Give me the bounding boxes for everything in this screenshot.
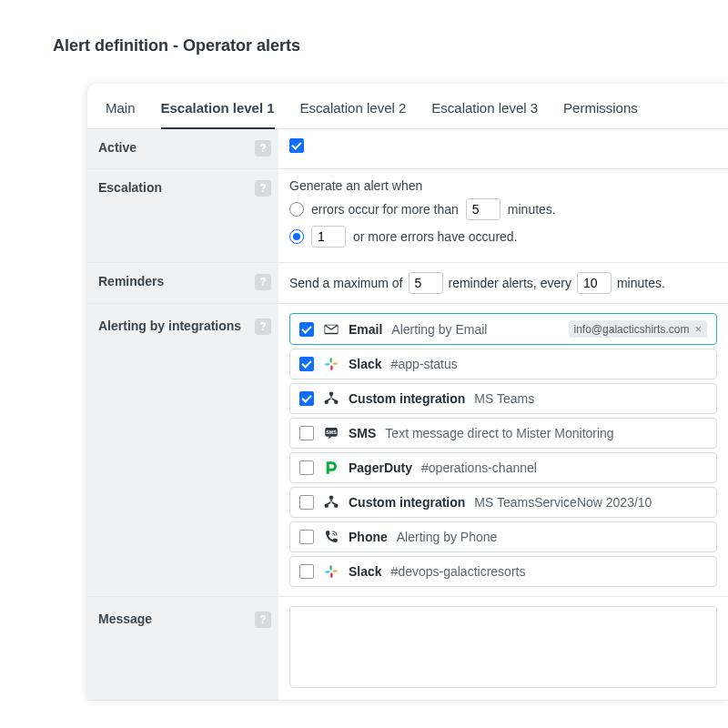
integration-name: SMS (349, 426, 376, 440)
reminders-post: minutes. (617, 276, 665, 290)
integration-desc: Alerting by Email (391, 322, 487, 337)
escalation-intro: Generate an alert when (289, 178, 717, 193)
svg-rect-12 (325, 571, 329, 572)
svg-rect-15 (330, 573, 332, 578)
label-active-text: Active (98, 140, 136, 155)
label-escalation-text: Escalation (98, 180, 162, 195)
integration-desc: #devops-galacticresorts (391, 564, 526, 579)
tab-bar: Main Escalation level 1 Escalation level… (87, 84, 728, 129)
slack-icon (323, 356, 339, 372)
help-icon[interactable]: ? (255, 318, 271, 335)
integration-list: EmailAlerting by Emailinfo@galacticshirt… (289, 313, 717, 587)
label-message-text: Message (98, 612, 152, 626)
help-icon[interactable]: ? (255, 140, 271, 157)
integration-desc: #app-status (391, 357, 458, 371)
tab-permissions[interactable]: Permissions (563, 100, 638, 128)
slack-icon (323, 563, 339, 580)
row-message: Message ? (87, 597, 728, 701)
integration-checkbox[interactable] (299, 564, 314, 579)
svg-rect-3 (330, 366, 332, 370)
integration-desc: MS Teams (474, 391, 534, 406)
row-escalation: Escalation ? Generate an alert when erro… (87, 169, 728, 263)
tab-escalation-3[interactable]: Escalation level 3 (431, 100, 538, 128)
svg-rect-1 (333, 363, 338, 365)
integration-checkbox[interactable] (299, 391, 314, 406)
tab-main[interactable]: Main (106, 100, 136, 128)
escalation-opt1-pre: errors occur for more than (311, 202, 459, 217)
config-panel: Main Escalation level 1 Escalation level… (87, 84, 728, 701)
pagerduty-icon (323, 460, 339, 476)
reminders-pre: Send a maximum of (289, 276, 403, 290)
integration-item[interactable]: EmailAlerting by Emailinfo@galacticshirt… (289, 313, 717, 345)
integration-name: Slack (349, 564, 382, 579)
escalation-count-input[interactable] (311, 226, 346, 248)
integration-item[interactable]: Custom integrationMS Teams (289, 383, 717, 414)
integration-name: PagerDuty (349, 460, 412, 475)
tab-escalation-1[interactable]: Escalation level 1 (161, 100, 275, 128)
reminders-max-input[interactable] (409, 272, 443, 294)
integration-tag: info@galacticshirts.com× (569, 320, 707, 338)
escalation-opt1-post: minutes. (508, 202, 556, 217)
escalation-radio-duration[interactable] (289, 202, 304, 217)
integration-desc: MS TeamsServiceNow 2023/10 (474, 495, 652, 510)
escalation-opt2-post: or more errors have occured. (353, 229, 518, 244)
label-integrations: Alerting by integrations ? (87, 304, 278, 596)
integration-name: Custom integration (349, 495, 465, 510)
integration-checkbox[interactable] (299, 460, 314, 475)
integration-name: Email (349, 322, 382, 337)
label-integrations-text: Alerting by integrations (98, 318, 241, 333)
label-reminders-text: Reminders (98, 274, 164, 288)
integration-desc: Text message direct to Mister Monitoring (385, 426, 613, 440)
row-integrations: Alerting by integrations ? EmailAlerting… (87, 304, 728, 597)
label-message: Message ? (87, 597, 278, 700)
integration-name: Slack (349, 357, 382, 371)
row-reminders: Reminders ? Send a maximum of reminder a… (87, 263, 728, 304)
integration-checkbox[interactable] (299, 495, 314, 510)
tab-escalation-2[interactable]: Escalation level 2 (300, 100, 407, 128)
integration-checkbox[interactable] (299, 530, 314, 544)
integration-item[interactable]: SMSSMSText message direct to Mister Moni… (289, 418, 717, 449)
integration-checkbox[interactable] (299, 322, 314, 337)
integration-item[interactable]: Slack#devops-galacticresorts (289, 556, 717, 587)
svg-rect-2 (330, 358, 332, 362)
integration-checkbox[interactable] (299, 426, 314, 440)
sms-icon: SMS (323, 425, 339, 441)
integration-checkbox[interactable] (299, 357, 314, 371)
integration-item[interactable]: Custom integrationMS TeamsServiceNow 202… (289, 487, 717, 518)
integration-tag-text: info@galacticshirts.com (574, 323, 690, 336)
page-title: Alert definition - Operator alerts (0, 0, 728, 74)
svg-text:SMS: SMS (326, 430, 337, 435)
remove-tag-icon[interactable]: × (694, 322, 702, 336)
integration-desc: Alerting by Phone (397, 530, 498, 544)
integration-name: Custom integration (349, 391, 465, 406)
label-active: Active ? (87, 129, 278, 168)
svg-rect-0 (325, 363, 329, 365)
integration-item[interactable]: PhoneAlerting by Phone (289, 521, 717, 552)
row-active: Active ? (87, 129, 728, 169)
help-icon[interactable]: ? (255, 274, 271, 290)
phone-icon (323, 529, 339, 545)
label-reminders: Reminders ? (87, 263, 278, 303)
custom-icon (323, 390, 339, 407)
integration-name: Phone (349, 530, 388, 544)
active-checkbox[interactable] (289, 138, 304, 153)
integration-desc: #operations-channel (421, 460, 537, 475)
reminders-mid: reminder alerts, every (449, 276, 571, 290)
help-icon[interactable]: ? (255, 612, 271, 628)
svg-rect-14 (330, 565, 332, 570)
svg-rect-13 (333, 571, 338, 572)
escalation-radio-count[interactable] (289, 229, 304, 244)
label-escalation: Escalation ? (87, 169, 278, 262)
custom-icon (323, 494, 339, 511)
reminders-every-input[interactable] (577, 272, 612, 294)
integration-item[interactable]: PagerDuty#operations-channel (289, 452, 717, 483)
escalation-duration-input[interactable] (466, 198, 500, 220)
help-icon[interactable]: ? (255, 180, 271, 197)
message-textarea[interactable] (289, 606, 717, 688)
integration-item[interactable]: Slack#app-status (289, 349, 717, 379)
email-icon (323, 321, 339, 338)
